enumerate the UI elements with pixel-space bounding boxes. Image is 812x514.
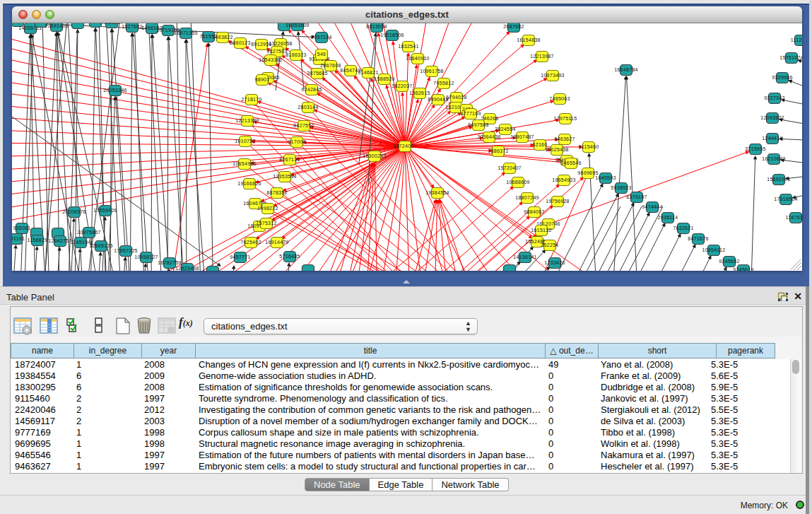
svg-text:7357224: 7357224	[311, 35, 331, 40]
svg-text:10654986: 10654986	[233, 161, 257, 166]
svg-text:12353594: 12353594	[273, 174, 297, 179]
svg-text:2867608: 2867608	[320, 63, 341, 68]
svg-text:10025438: 10025438	[545, 147, 569, 152]
svg-text:12942757: 12942757	[48, 238, 72, 243]
svg-text:1498222: 1498222	[257, 206, 278, 211]
svg-text:12505135: 12505135	[89, 243, 113, 248]
svg-text:1615132: 1615132	[531, 228, 551, 233]
svg-text:17975115: 17975115	[553, 116, 577, 121]
svg-text:252254: 252254	[541, 243, 558, 247]
svg-text:16671355: 16671355	[174, 30, 198, 35]
svg-text:1640593: 1640593	[595, 175, 616, 180]
svg-text:935061: 935061	[13, 226, 30, 230]
svg-text:8990448: 8990448	[428, 97, 448, 102]
svg-text:9245652: 9245652	[719, 259, 739, 264]
svg-text:20691406: 20691406	[45, 23, 69, 28]
svg-text:15300213: 15300213	[363, 153, 387, 158]
svg-text:9115460: 9115460	[579, 144, 599, 149]
svg-text:17016504: 17016504	[774, 197, 798, 201]
svg-text:917004: 917004	[288, 139, 305, 144]
svg-text:1527602: 1527602	[122, 24, 142, 29]
svg-text:15751074: 15751074	[779, 55, 802, 60]
svg-text:7955812: 7955812	[433, 81, 454, 86]
svg-text:1244419: 1244419	[762, 136, 782, 141]
svg-text:16053809: 16053809	[286, 23, 310, 28]
svg-text:15692971: 15692971	[767, 177, 791, 182]
svg-text:2803144: 2803144	[298, 105, 318, 110]
svg-text:8427552: 8427552	[293, 123, 314, 128]
svg-text:3822037: 3822037	[392, 83, 412, 88]
svg-text:12213987: 12213987	[530, 54, 554, 59]
svg-text:1156829: 1156829	[28, 238, 48, 243]
svg-text:12923468: 12923468	[175, 266, 199, 271]
svg-text:3824554: 3824554	[495, 127, 515, 132]
svg-text:16782759: 16782759	[158, 260, 182, 265]
svg-text:1575312: 1575312	[256, 221, 276, 226]
svg-text:10654112: 10654112	[702, 247, 725, 252]
svg-text:391191: 391191	[12, 236, 25, 241]
svg-text:1167533: 1167533	[786, 215, 802, 220]
svg-text:17957225: 17957225	[114, 248, 138, 253]
svg-text:7886372: 7886372	[488, 148, 508, 153]
svg-text:20206576: 20206576	[62, 209, 86, 214]
svg-text:9227342: 9227342	[764, 95, 784, 100]
svg-text:9329966: 9329966	[772, 75, 792, 80]
svg-text:16210643: 16210643	[762, 156, 786, 161]
svg-text:19654923: 19654923	[552, 177, 576, 182]
svg-text:7625402: 7625402	[240, 240, 261, 245]
svg-text:2087682: 2087682	[503, 24, 524, 29]
svg-text:13226058: 13226058	[269, 41, 293, 46]
svg-text:9457771: 9457771	[230, 255, 250, 259]
svg-text:9884067: 9884067	[524, 209, 544, 214]
svg-text:10653267: 10653267	[100, 23, 124, 25]
svg-text:18724007: 18724007	[393, 144, 417, 148]
svg-text:1010753: 1010753	[235, 139, 255, 144]
svg-text:7632621: 7632621	[673, 226, 693, 230]
svg-text:8878352: 8878352	[266, 190, 287, 195]
svg-text:10961758: 10961758	[420, 69, 444, 74]
svg-text:8471676: 8471676	[688, 236, 708, 241]
svg-text:8660123: 8660123	[230, 40, 250, 45]
svg-text:8813054: 8813054	[366, 24, 387, 29]
svg-text:3875685: 3875685	[307, 71, 327, 76]
svg-text:9465546: 9465546	[560, 160, 581, 165]
svg-text:6379197: 6379197	[626, 194, 647, 199]
svg-text:9146821: 9146821	[358, 70, 378, 75]
svg-text:1145194: 1145194	[71, 240, 91, 245]
svg-text:16154838: 16154838	[517, 37, 541, 42]
svg-text:546: 546	[317, 52, 326, 57]
svg-text:9463627: 9463627	[554, 136, 575, 141]
svg-text:3215955: 3215955	[745, 146, 765, 151]
svg-text:16648784: 16648784	[614, 67, 638, 72]
svg-text:9699695: 9699695	[577, 170, 598, 175]
svg-text:17359926: 17359926	[93, 208, 117, 213]
svg-text:20364436: 20364436	[477, 134, 501, 139]
svg-text:5716485: 5716485	[279, 254, 300, 259]
svg-text:10807487: 10807487	[510, 134, 534, 139]
svg-text:9777169: 9777169	[460, 111, 481, 116]
svg-text:9242845: 9242845	[301, 87, 322, 92]
svg-text:20975867: 20975867	[77, 230, 101, 235]
svg-text:1733426: 1733426	[544, 260, 565, 265]
svg-text:9474444: 9474444	[642, 204, 662, 209]
svg-text:19756928: 19756928	[546, 199, 570, 204]
svg-text:20053346: 20053346	[103, 88, 127, 93]
svg-text:9327503: 9327503	[266, 49, 287, 54]
svg-text:19384554: 19384554	[425, 190, 449, 195]
svg-text:18807249: 18807249	[515, 195, 539, 200]
svg-text:2935114: 2935114	[658, 215, 678, 220]
svg-text:10688609: 10688609	[506, 180, 530, 185]
svg-text:16640910: 16640910	[406, 56, 430, 61]
svg-text:1112345: 1112345	[791, 37, 802, 42]
svg-text:12213389: 12213389	[235, 118, 259, 123]
svg-text:10973493: 10973493	[541, 73, 565, 78]
svg-text:1362615: 1362615	[409, 90, 430, 95]
svg-text:8186323: 8186323	[286, 52, 306, 57]
svg-text:98901: 98901	[255, 77, 270, 82]
svg-text:9245619: 9245619	[733, 267, 753, 271]
svg-text:5938923: 5938923	[611, 185, 631, 190]
svg-text:1832541: 1832541	[398, 44, 418, 49]
svg-text:19166825: 19166825	[237, 181, 261, 186]
svg-text:1588520: 1588520	[374, 76, 394, 81]
svg-text:6497568: 6497568	[468, 122, 488, 127]
